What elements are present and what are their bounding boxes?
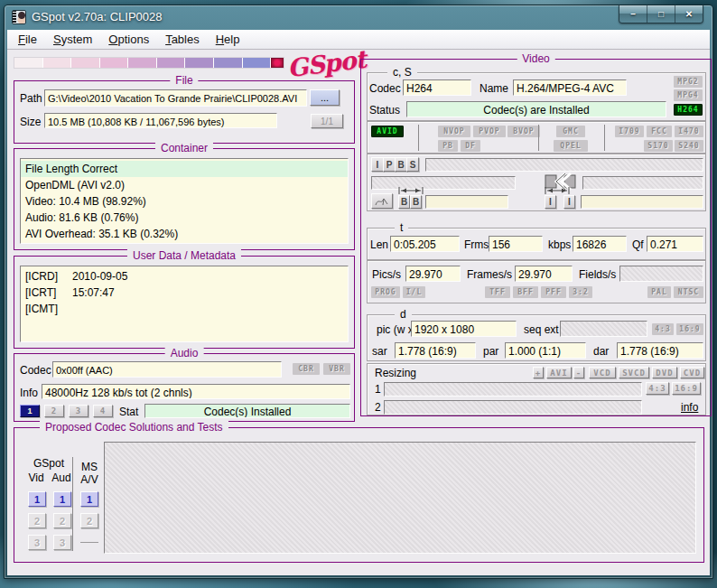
pics-label: Pics/s [372,268,401,281]
prog-badge: PROG [371,286,400,298]
df-badge: DF [461,140,480,152]
menu-help[interactable]: Help [216,33,240,46]
resize-svcd-button[interactable]: SVCD [619,367,649,378]
gmc-badge: GMC [556,126,585,137]
audio-stream-1-button[interactable]: 1 [20,405,40,417]
container-groupbox: Container File Length Correct OpenDML (A… [14,148,355,250]
frames-field[interactable]: 29.970 [515,266,573,282]
b-marker-button-2[interactable]: B [410,195,422,209]
i-marker-button-1[interactable]: I [545,195,556,209]
resize-row2-label: 2 [375,401,381,414]
vbr-badge: VBR [323,363,350,375]
proposed-separator [72,457,73,551]
video-codec-field[interactable]: H264 [403,79,471,96]
page-indicator: 1/1 [311,114,343,128]
gop-detail-bar-left [371,176,516,190]
dar-field[interactable]: 1.778 (16:9) [617,342,703,359]
title-bar[interactable]: GSpot v2.70a: CLIP0028 – □ ✕ [5,5,712,30]
menu-options[interactable]: Options [108,33,149,46]
gspot-aud-test-1-button[interactable]: 1 [53,491,71,507]
len-field[interactable]: 0:05.205 [390,236,460,252]
il-badge: I/L [403,286,425,298]
file-group-title: File [170,74,198,87]
video-codec-label: Codec [369,82,401,95]
path-field[interactable]: G:\Video\2010 Vacation To Grande Prairie… [44,89,307,107]
resize-row1-label: 1 [375,383,381,396]
gspot-header: GSpot [22,457,76,470]
gspot-aud-test-2-button[interactable]: 2 [53,513,71,528]
container-line: AVI Overhead: 35.1 KB (0.32%) [25,226,343,242]
size-field[interactable]: 10.5 MB (10,808 KB / 11,067,596 bytes) [44,113,277,128]
browse-button[interactable]: ... [310,89,340,106]
codec-status-groupbox: c, S Codec H264 Name H.264/MPEG-4 AVC MP… [367,72,706,121]
ms-av-test-2-button[interactable]: 2 [80,513,98,528]
metadata-groupbox: User Data / Metadata [ICRD]2010-09-05 [I… [14,256,355,349]
audio-info-field[interactable]: 48000Hz 128 kb/s tot (2 chnls) [42,384,350,399]
resize-cvd-button[interactable]: CVD [680,367,704,378]
frms-label: Frms [464,238,489,251]
close-button[interactable]: ✕ [675,5,703,23]
p-frame-button[interactable]: P [383,157,396,172]
video-groupbox: Video c, S Codec H264 Name H.264/MPEG-4 … [360,59,712,416]
len-label: Len [370,238,388,251]
maximize-button[interactable]: □ [647,5,675,23]
pulldown-badge: 3:2 [569,286,592,298]
i470-badge: I470 [675,126,703,137]
info-link[interactable]: info [681,401,698,414]
gop-structure-box: I P B S B [367,154,706,211]
seqext-field [560,321,647,337]
aud-header: Aud [49,471,74,484]
t-group-title: t [395,221,408,234]
resize-vcd-button[interactable]: VCD [589,367,616,378]
video-name-field[interactable]: H.264/MPEG-4 AVC [513,79,627,96]
audio-codec-field[interactable]: 0x00ff (AAC) [52,361,282,378]
video-status-label: Status [369,104,400,117]
menu-tables[interactable]: Tables [165,33,200,46]
pics-field[interactable]: 29.970 [405,266,461,282]
gspot-aud-test-3-button[interactable]: 3 [53,535,71,550]
menu-system[interactable]: System [53,33,92,46]
ntsc-badge: NTSC [674,286,703,298]
ar-16-9-badge: 16:9 [676,323,703,335]
resize-avi-button[interactable]: AVI [546,367,572,378]
qf-field[interactable]: 0.271 [647,236,703,252]
nvop-badge: NVOP [438,126,470,137]
b-interval-field [425,195,508,209]
proposed-groupbox: Proposed Codec Solutions and Tests GSpot… [14,427,704,563]
kbps-label: kbps [548,238,571,251]
sar-field[interactable]: 1.778 (16:9) [395,342,476,359]
pff-badge: PFF [541,286,566,298]
par-field[interactable]: 1.000 (1:1) [505,342,586,359]
gspot-vid-test-1-button[interactable]: 1 [28,491,46,507]
i709-badge: I709 [615,126,644,137]
scribble-test-button[interactable] [371,193,393,209]
i-frame-button[interactable]: I [371,157,384,172]
ms-header: MS [78,461,101,473]
resize-minus-button[interactable]: - [573,367,584,378]
video-group-title: Video [517,52,554,65]
resizing-groupbox: Resizing + AVI - VCD SVCD DVD CVD 1 4:3 … [367,363,706,415]
minimize-button[interactable]: – [619,5,647,23]
s-frame-button[interactable]: S [406,157,419,172]
metadata-entry: [ICRT]15:07:47 [25,285,343,301]
b-marker-button-1[interactable]: B [398,195,410,209]
flags-separator [418,125,419,151]
seqext-label: seq ext [524,323,559,336]
resize-dvd-button[interactable]: DVD [652,367,677,378]
gspot-vid-test-2-button[interactable]: 2 [28,513,46,528]
resize-16-9-button[interactable]: 16:9 [672,382,701,395]
i-marker-button-2[interactable]: I [563,195,575,209]
menu-file[interactable]: File [18,33,37,46]
pic-field[interactable]: 1920 x 1080 [411,321,517,337]
b-frame-button[interactable]: B [395,157,407,172]
audio-stream-2-button[interactable]: 2 [44,405,64,417]
audio-stream-4-button[interactable]: 4 [93,405,113,417]
ms-av-test-1-button[interactable]: 1 [80,491,98,507]
audio-stream-3-button[interactable]: 3 [69,405,88,417]
gspot-vid-test-3-button[interactable]: 3 [28,535,46,550]
kbps-field[interactable]: 16826 [573,236,627,252]
resize-4-3-button[interactable]: 4:3 [646,382,669,395]
resize-plus-button[interactable]: + [533,367,544,378]
bff-badge: BFF [513,286,538,298]
frms-field[interactable]: 156 [489,236,543,252]
